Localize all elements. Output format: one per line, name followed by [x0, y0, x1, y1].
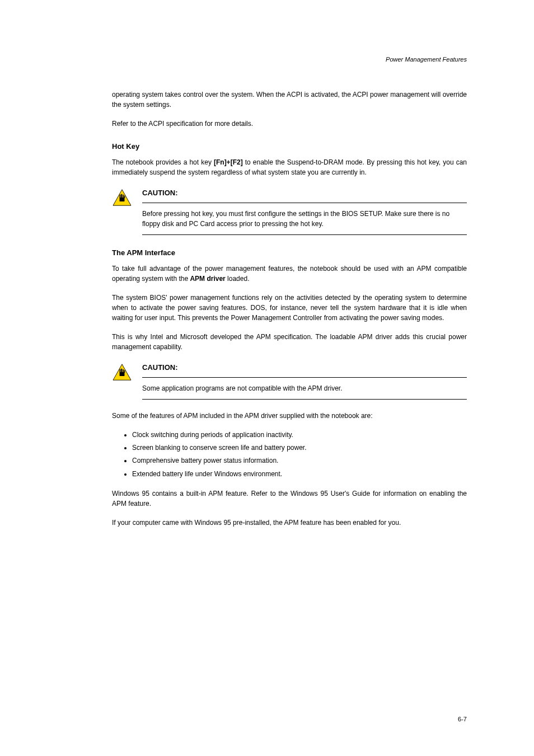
paragraph-7: Some of the features of APM included in …	[112, 411, 467, 421]
list-item: Screen blanking to conserve screen life …	[132, 443, 467, 453]
paragraph-9: If your computer came with Windows 95 pr…	[112, 518, 467, 528]
apm-feature-list: Clock switching during periods of applic…	[123, 430, 467, 480]
paragraph-5: The system BIOS' power management functi…	[112, 293, 467, 323]
caution-2-label: CAUTION:	[142, 363, 467, 374]
svg-rect-2	[120, 195, 121, 198]
caution-1-rule-bottom	[142, 234, 467, 235]
svg-rect-4	[123, 195, 124, 198]
p4-prefix: To take full advantage of the power mana…	[112, 265, 467, 283]
svg-rect-11	[124, 370, 125, 372]
heading-hot-key: Hot Key	[112, 142, 467, 151]
paragraph-1: operating system takes control over the …	[112, 90, 467, 110]
svg-rect-1	[120, 198, 125, 201]
svg-rect-5	[124, 195, 125, 198]
svg-rect-3	[121, 194, 122, 198]
caution-block-1: CAUTION: Before pressing hot key, you mu…	[112, 189, 467, 235]
paragraph-8: Windows 95 contains a built-in APM featu…	[112, 489, 467, 509]
paragraph-4: To take full advantage of the power mana…	[112, 264, 467, 284]
caution-2-rule-top	[142, 377, 467, 378]
header-section-title: Power Management Features	[386, 56, 467, 63]
caution-2-rule-bottom	[142, 399, 467, 400]
caution-1-body: Before pressing hot key, you must first …	[142, 209, 467, 229]
paragraph-3: The notebook provides a hot key [Fn]+[F2…	[112, 157, 467, 177]
caution-hand-icon	[112, 363, 132, 381]
caution-block-2: CAUTION: Some application programs are n…	[112, 363, 467, 400]
svg-rect-7	[120, 372, 125, 376]
p4-apm-driver-bold: APM driver	[190, 275, 225, 283]
page-number: 6-7	[458, 716, 467, 722]
svg-rect-9	[121, 369, 122, 373]
p3-hotkey-bold: [Fn]+[F2]	[214, 158, 243, 166]
caution-hand-icon	[112, 189, 132, 206]
svg-rect-8	[120, 369, 121, 373]
p3-prefix: The notebook provides a hot key	[112, 158, 214, 166]
paragraph-6: This is why Intel and Microsoft develope…	[112, 332, 467, 352]
p4-suffix: loaded.	[226, 275, 250, 283]
caution-1-rule-top	[142, 203, 467, 203]
paragraph-2: Refer to the ACPI specification for more…	[112, 119, 467, 129]
list-item: Comprehensive battery power status infor…	[132, 456, 467, 466]
caution-2-body: Some application programs are not compat…	[142, 383, 467, 393]
list-item: Extended battery life under Windows envi…	[132, 469, 467, 480]
svg-rect-10	[123, 369, 124, 373]
caution-1-label: CAUTION:	[142, 189, 467, 199]
heading-apm-interface: The APM Interface	[112, 248, 467, 257]
list-item: Clock switching during periods of applic…	[132, 430, 467, 440]
